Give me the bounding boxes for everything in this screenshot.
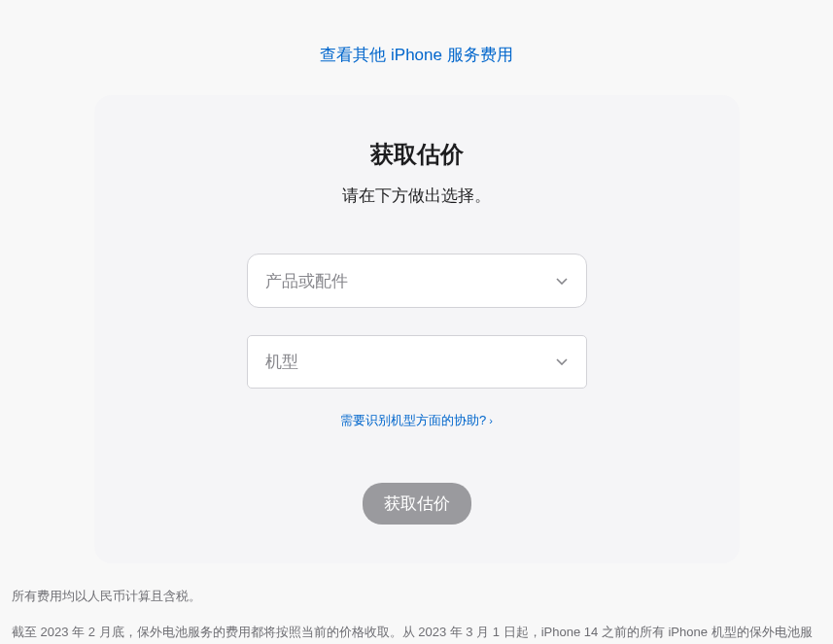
model-select-wrapper: 机型: [247, 335, 587, 389]
footnote-line-2: 截至 2023 年 2 月底，保外电池服务的费用都将按照当前的价格收取。从 20…: [12, 621, 821, 644]
model-select[interactable]: 机型: [247, 335, 587, 389]
chevron-down-icon: [555, 356, 569, 369]
submit-wrapper: 获取估价: [133, 483, 701, 525]
footnote-line-1: 所有费用均以人民币计算且含税。: [12, 585, 821, 609]
chevron-down-icon: [555, 274, 569, 288]
help-link-label: 需要识别机型方面的协助?: [340, 413, 486, 427]
estimate-card: 获取估价 请在下方做出选择。 产品或配件 机型 需要识别机型方面的协助?›: [94, 95, 740, 563]
product-select-wrapper: 产品或配件: [247, 254, 587, 308]
top-link-wrapper: 查看其他 iPhone 服务费用: [12, 0, 821, 95]
get-estimate-button[interactable]: 获取估价: [363, 483, 471, 525]
product-select[interactable]: 产品或配件: [247, 254, 587, 308]
footnote-text-pre: 截至 2023 年 2 月底，保外电池服务的费用都将按照当前的价格收取。从 20…: [12, 625, 813, 644]
identify-model-help-link[interactable]: 需要识别机型方面的协助?›: [340, 413, 493, 427]
help-link-wrapper: 需要识别机型方面的协助?›: [133, 411, 701, 429]
card-title: 获取估价: [133, 139, 701, 170]
chevron-right-icon: ›: [489, 415, 493, 426]
view-other-fees-link[interactable]: 查看其他 iPhone 服务费用: [320, 46, 512, 64]
card-subtitle: 请在下方做出选择。: [133, 185, 701, 207]
footnotes: 所有费用均以人民币计算且含税。 截至 2023 年 2 月底，保外电池服务的费用…: [12, 563, 821, 644]
model-select-placeholder: 机型: [265, 351, 298, 373]
product-select-placeholder: 产品或配件: [265, 270, 348, 292]
